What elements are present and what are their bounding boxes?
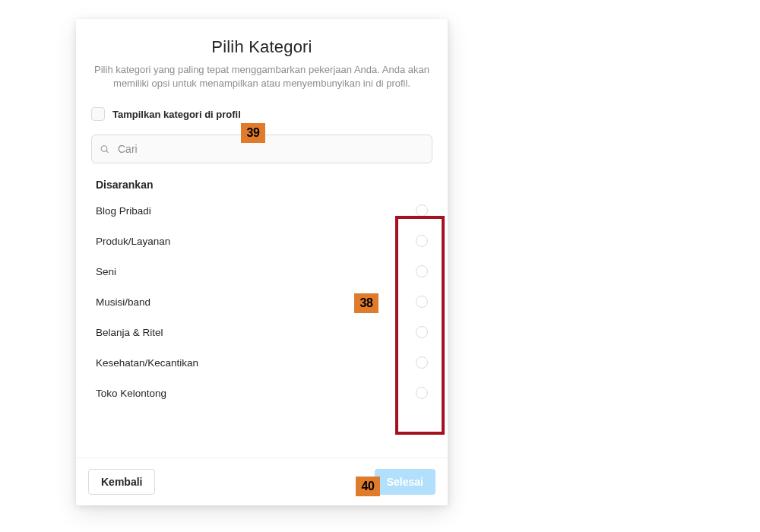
checkbox-unchecked-icon[interactable]	[91, 107, 105, 121]
category-row[interactable]: Blog Pribadi	[96, 195, 428, 226]
category-label: Seni	[96, 266, 116, 277]
annotation-number-39: 39	[241, 123, 265, 143]
annotation-number-40: 40	[356, 477, 380, 496]
search-icon	[100, 144, 109, 154]
category-row[interactable]: Toko Kelontong	[96, 378, 428, 408]
radio-unselected-icon[interactable]	[416, 356, 428, 369]
category-row[interactable]: Kesehatan/Kecantikan	[96, 347, 428, 378]
category-label: Blog Pribadi	[96, 205, 151, 217]
modal-subtitle: Pilih kategori yang paling tepat menggam…	[91, 63, 432, 90]
svg-point-0	[101, 146, 107, 152]
category-label: Kesehatan/Kecantikan	[96, 357, 198, 369]
done-button[interactable]: Selesai	[375, 469, 435, 495]
select-category-modal: Pilih Kategori Pilih kategori yang palin…	[76, 19, 448, 505]
radio-unselected-icon[interactable]	[416, 235, 428, 247]
category-label: Toko Kelontong	[96, 388, 166, 399]
category-label: Musisi/band	[96, 296, 150, 308]
category-label: Belanja & Ritel	[96, 327, 163, 338]
annotation-number-38: 38	[354, 293, 378, 313]
category-row[interactable]: Belanja & Ritel	[96, 317, 428, 347]
modal-footer: Kembali Selesai	[76, 458, 448, 505]
radio-unselected-icon[interactable]	[416, 265, 428, 277]
radio-unselected-icon[interactable]	[416, 296, 428, 308]
suggested-section-label: Disarankan	[91, 179, 432, 191]
category-list: Blog Pribadi Produk/Layanan Seni Musisi/…	[91, 195, 432, 408]
modal-body: Pilih Kategori Pilih kategori yang palin…	[76, 19, 448, 458]
svg-line-1	[106, 151, 108, 153]
modal-title: Pilih Kategori	[91, 37, 432, 57]
show-category-on-profile-label: Tampilkan kategori di profil	[112, 109, 241, 120]
radio-unselected-icon[interactable]	[416, 326, 428, 338]
back-button[interactable]: Kembali	[88, 469, 155, 495]
category-row[interactable]: Produk/Layanan	[96, 226, 428, 256]
category-row[interactable]: Seni	[96, 256, 428, 287]
radio-unselected-icon[interactable]	[416, 204, 428, 217]
category-label: Produk/Layanan	[96, 236, 170, 247]
radio-unselected-icon[interactable]	[416, 387, 428, 399]
show-category-on-profile-row[interactable]: Tampilkan kategori di profil	[91, 107, 432, 121]
